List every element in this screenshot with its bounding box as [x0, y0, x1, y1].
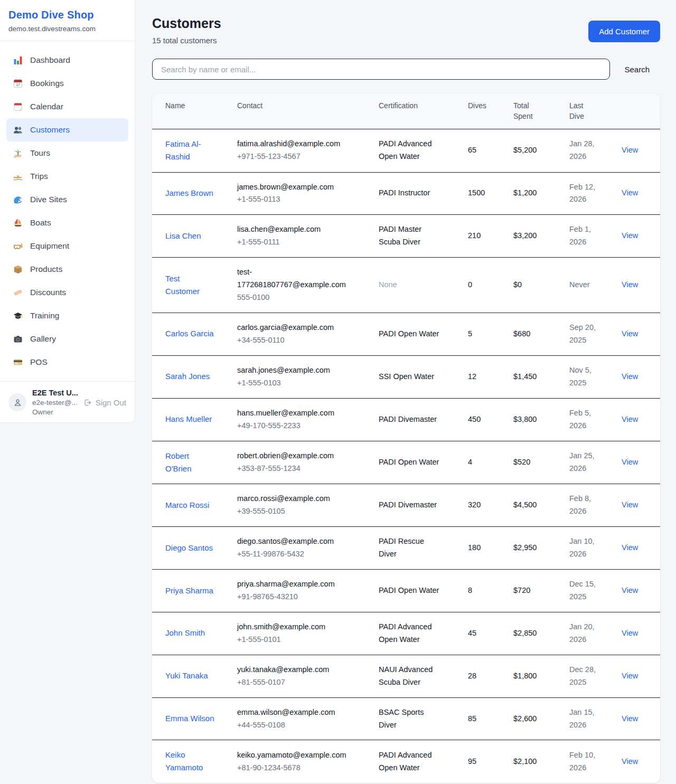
customer-email: carlos.garcia@example.com [237, 322, 350, 334]
customer-name-link[interactable]: Priya Sharma [165, 584, 213, 597]
customer-name-link[interactable]: Yuki Tanaka [165, 669, 208, 682]
customer-last-dive: Feb 10, 2026 [561, 740, 617, 783]
customer-total-spent: $3,200 [505, 215, 561, 258]
customer-name-link[interactable]: Test Customer [165, 272, 216, 298]
customer-last-dive: Feb 1, 2026 [561, 215, 617, 258]
customer-last-dive: Jan 25, 2026 [561, 441, 617, 484]
view-customer-link[interactable]: View [622, 714, 638, 723]
table-row: Diego Santos diego.santos@example.com +5… [152, 527, 660, 570]
sidebar-item-tours[interactable]: Tours [6, 141, 128, 165]
customer-email: emma.wilson@example.com [237, 706, 350, 719]
customer-name-link[interactable]: Keiko Yamamoto [165, 749, 216, 774]
sidebar-item-bookings[interactable]: 17 Bookings [6, 72, 128, 95]
customer-email: james.brown@example.com [237, 181, 350, 194]
view-customer-link[interactable]: View [622, 280, 638, 289]
sidebar-item-calendar[interactable]: Calendar [6, 95, 128, 118]
customer-email: hans.mueller@example.com [237, 407, 350, 420]
view-customer-link[interactable]: View [622, 329, 638, 338]
dive-sites-icon [13, 194, 23, 205]
sidebar-item-boats[interactable]: Boats [6, 211, 128, 234]
customer-last-dive: Feb 8, 2026 [561, 484, 617, 527]
customer-dives: 1500 [459, 172, 505, 215]
customer-phone: +1-555-0111 [237, 236, 362, 249]
sidebar-item-equipment[interactable]: Equipment [6, 234, 128, 258]
view-customer-link[interactable]: View [622, 586, 638, 594]
column-header-actions [617, 93, 660, 129]
customer-total-spent: $1,200 [505, 172, 561, 215]
sidebar-item-label: Training [30, 311, 59, 320]
customer-phone: +353-87-555-1234 [237, 462, 362, 475]
column-header-name: Name [152, 93, 229, 129]
table-row: Marco Rossi marco.rossi@example.com +39-… [152, 484, 660, 527]
view-customer-link[interactable]: View [622, 458, 638, 466]
customer-total-spent: $4,500 [505, 484, 561, 527]
customer-certification: SSI Open Water [379, 371, 434, 383]
sidebar-item-dive-sites[interactable]: Dive Sites [6, 188, 128, 211]
customer-certification: PADI Open Water [379, 456, 439, 469]
customer-total-spent: $1,450 [505, 355, 561, 398]
sidebar-user-footer: E2E Test U... e2e-tester@... Owner Sign … [0, 381, 135, 423]
view-customer-link[interactable]: View [622, 500, 638, 509]
customer-last-dive: Dec 15, 2025 [561, 570, 617, 612]
view-customer-link[interactable]: View [622, 372, 638, 381]
sidebar-item-products[interactable]: Products [6, 258, 128, 281]
sidebar-item-training[interactable]: Training [6, 304, 128, 327]
customer-certification: PADI Open Water [379, 584, 439, 597]
search-button[interactable]: Search [624, 65, 650, 74]
customer-certification: PADI Advanced Open Water [379, 138, 442, 163]
sidebar-item-discounts[interactable]: Discounts [6, 281, 128, 304]
sidebar-nav: Dashboard 17 Bookings Calendar Customers… [0, 41, 135, 381]
customer-dives: 320 [459, 484, 505, 527]
search-input[interactable] [152, 59, 610, 80]
view-customer-link[interactable]: View [622, 757, 638, 766]
customers-icon [13, 125, 23, 135]
sign-out-label: Sign Out [96, 398, 126, 407]
table-row: Fatima Al-Rashid fatima.alrashid@example… [152, 129, 660, 172]
customer-name-link[interactable]: Marco Rossi [165, 499, 209, 512]
sidebar-item-customers[interactable]: Customers [6, 118, 128, 141]
view-customer-link[interactable]: View [622, 672, 638, 680]
table-row: Hans Mueller hans.mueller@example.com +4… [152, 398, 660, 441]
sidebar-item-label: Equipment [30, 241, 69, 251]
view-customer-link[interactable]: View [622, 629, 638, 637]
user-email: e2e-tester@... [32, 399, 77, 407]
view-customer-link[interactable]: View [622, 415, 638, 423]
view-customer-link[interactable]: View [622, 188, 638, 197]
customer-name-link[interactable]: Hans Mueller [165, 413, 212, 426]
add-customer-button[interactable]: Add Customer [588, 21, 660, 42]
customer-dives: 65 [459, 129, 505, 172]
customer-name-link[interactable]: John Smith [165, 627, 205, 639]
sidebar-item-trips[interactable]: Trips [6, 165, 128, 188]
customer-name-link[interactable]: Robert O'Brien [165, 450, 216, 475]
customer-phone: +55-11-99876-5432 [237, 548, 362, 561]
view-customer-link[interactable]: View [622, 146, 638, 154]
customer-name-link[interactable]: Sarah Jones [165, 370, 210, 383]
column-header-total-spent: Total Spent [505, 93, 561, 129]
sidebar-item-label: Bookings [30, 79, 64, 88]
customer-certification: PADI Open Water [379, 328, 439, 341]
products-icon [13, 264, 23, 275]
table-row: Yuki Tanaka yuki.tanaka@example.com +81-… [152, 655, 660, 697]
customer-name-link[interactable]: Lisa Chen [165, 230, 201, 242]
customer-dives: 95 [459, 740, 505, 783]
customer-email: marco.rossi@example.com [237, 493, 350, 505]
sidebar-item-label: Customers [30, 125, 70, 135]
customer-name-link[interactable]: Fatima Al-Rashid [165, 138, 216, 163]
customer-phone: +1-555-0101 [237, 634, 362, 646]
column-header-last-dive: Last Dive [561, 93, 617, 129]
customer-name-link[interactable]: Diego Santos [165, 542, 213, 554]
customer-name-link[interactable]: James Brown [165, 187, 213, 200]
customer-email: diego.santos@example.com [237, 535, 350, 548]
view-customer-link[interactable]: View [622, 231, 638, 240]
customer-last-dive: Jan 20, 2026 [561, 612, 617, 655]
view-customer-link[interactable]: View [622, 543, 638, 552]
sidebar-item-dashboard[interactable]: Dashboard [6, 49, 128, 72]
sidebar-item-pos[interactable]: POS [6, 351, 128, 374]
sign-out-button[interactable]: Sign Out [83, 398, 126, 407]
customer-name-link[interactable]: Carlos Garcia [165, 327, 214, 340]
sidebar-item-gallery[interactable]: Gallery [6, 327, 128, 351]
customer-name-link[interactable]: Emma Wilson [165, 712, 214, 725]
customer-certification: PADI Advanced Open Water [379, 621, 442, 646]
shop-name: Demo Dive Shop [8, 9, 126, 21]
customer-certification: PADI Divemaster [379, 413, 437, 426]
